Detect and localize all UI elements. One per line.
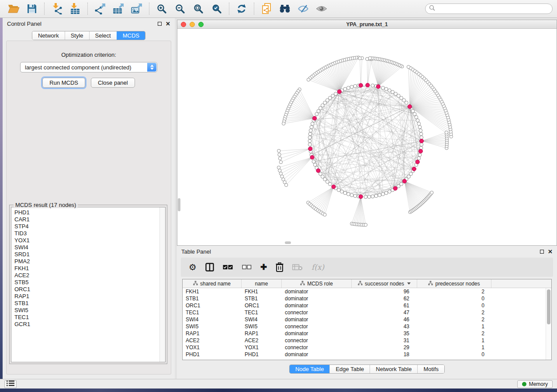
table-row[interactable]: RAP1 RAP1 dominator 35 2 [183,330,551,337]
cell-predecessor-nodes: 2 [417,309,491,316]
close-table-panel-icon[interactable]: ✕ [548,250,553,254]
result-list-scrollbar[interactable] [159,207,165,362]
column-layout-icon[interactable] [205,263,214,272]
table-header-row: shared name name MCDS role successor nod… [183,279,551,288]
mcds-result-item[interactable]: PMA2 [14,258,165,265]
zoom-in-button[interactable] [152,1,171,16]
tab-mcds[interactable]: MCDS [117,31,145,40]
tab-motifs[interactable]: Motifs [417,365,444,373]
memory-label: Memory [529,381,548,387]
network-graph[interactable] [177,29,557,245]
import-table-button[interactable] [66,1,84,16]
deselect-all-columns-icon[interactable] [242,265,252,270]
add-column-icon[interactable]: ✚ [260,263,267,271]
table-row[interactable]: ORC1 ORC1 dominator 61 0 [183,302,551,309]
column-header-successor-nodes[interactable]: successor nodes [352,279,417,288]
table-scrollbar[interactable] [546,288,551,360]
delete-column-icon[interactable] [276,262,284,272]
zoom-selected-button[interactable] [208,1,226,16]
float-panel-icon[interactable] [158,22,162,26]
mcds-result-item[interactable]: TID3 [14,230,165,237]
cell-name: SWI5 [242,323,282,330]
mcds-result-item[interactable]: STB1 [14,300,165,307]
zoom-out-button[interactable] [171,1,189,16]
mcds-result-item[interactable]: SWI4 [14,244,165,251]
memory-status-dot [522,382,526,386]
export-table-button[interactable] [109,1,128,16]
import-network-button[interactable] [48,1,66,16]
control-panel-tabbar: Network Style Select MCDS [3,31,175,40]
show-all-button[interactable] [312,1,331,16]
table-row[interactable]: SWI4 SWI4 dominator 46 2 [183,316,551,323]
column-header-shared-name[interactable]: shared name [183,279,242,288]
memory-button[interactable]: Memory [517,380,553,388]
export-network-button[interactable] [91,1,109,16]
network-canvas[interactable] [177,29,557,245]
sort-descending-icon [407,282,411,285]
mcds-result-item[interactable]: TEC1 [14,314,165,321]
task-history-button[interactable] [4,380,17,388]
run-mcds-button[interactable]: Run MCDS [42,78,85,88]
search-input[interactable] [438,6,549,12]
cell-predecessor-nodes: 0 [417,302,491,309]
cell-shared-name: ORC1 [183,302,242,309]
column-header-predecessor-nodes[interactable]: predecessor nodes [417,279,491,288]
cell-shared-name: RAP1 [183,330,242,337]
table-scrollbar-thumb[interactable] [547,289,550,324]
tab-style[interactable]: Style [65,31,89,40]
import-network-icon [51,3,62,14]
open-session-button[interactable] [4,1,23,16]
mcds-result-item[interactable]: STP4 [14,223,165,230]
tab-edge-table[interactable]: Edge Table [329,365,370,373]
refresh-view-button[interactable] [232,1,251,16]
toolbar-separator [254,3,254,15]
tab-select[interactable]: Select [89,31,117,40]
optimization-criterion-select[interactable]: largest connected component (undirected) [20,62,157,72]
hide-selected-button[interactable] [294,1,312,16]
mcds-result-item[interactable]: RAP1 [14,293,165,300]
cell-name: RAP1 [242,330,282,337]
column-header-mcds-role[interactable]: MCDS role [282,279,352,288]
table-row[interactable]: TEC1 TEC1 connector 47 2 [183,309,551,316]
table-settings-gear-icon[interactable]: ⚙ [189,263,197,272]
cell-shared-name: YOX1 [183,344,242,351]
mcds-result-item[interactable]: YOX1 [14,237,165,244]
network-window-titlebar[interactable]: YPA_prune.txt_1 [177,20,557,29]
network-search-box[interactable] [425,3,553,14]
table-row[interactable]: YOX1 YOX1 connector 29 1 [183,344,551,351]
mcds-result-item[interactable]: PHD1 [14,209,165,216]
column-header-name[interactable]: name [242,279,282,288]
table-row[interactable]: SWI5 SWI5 connector 43 1 [183,323,551,330]
float-table-panel-icon[interactable] [540,250,544,254]
close-panel-button[interactable]: Close panel [91,78,135,88]
cell-successor-nodes: 29 [352,344,417,351]
table-row[interactable]: PHD1 PHD1 dominator 18 0 [183,351,551,358]
mcds-result-item[interactable]: GCR1 [14,321,165,328]
save-session-button[interactable] [23,1,41,16]
export-table-icon [113,3,124,14]
vertical-scroll-nub[interactable] [178,198,180,211]
mcds-result-item[interactable]: ORC1 [14,286,165,293]
tab-network[interactable]: Network [32,31,65,40]
table-row[interactable]: ACE2 ACE2 connector 31 1 [183,337,551,344]
eye-slash-icon [298,4,309,13]
table-row[interactable]: FKH1 FKH1 dominator 96 2 [183,288,551,295]
close-panel-icon[interactable]: ✕ [166,22,170,26]
cell-mcds-role: dominator [282,295,352,302]
select-all-columns-icon[interactable] [223,265,233,270]
horizontal-scroll-nub[interactable] [285,241,291,244]
zoom-fit-button[interactable] [189,1,208,16]
mcds-result-list[interactable]: PHD1CAR1STP4TID3YOX1SWI4SRD1PMA2FKH1ACE2… [11,207,166,362]
mcds-result-item[interactable]: SWI5 [14,307,165,314]
tab-network-table[interactable]: Network Table [370,365,417,373]
mcds-result-item[interactable]: STB5 [14,279,165,286]
mcds-result-item[interactable]: SRD1 [14,251,165,258]
mcds-result-item[interactable]: FKH1 [14,265,165,272]
tab-node-table[interactable]: Node Table [290,365,330,373]
search-network-button[interactable] [276,1,294,16]
mcds-result-item[interactable]: ACE2 [14,272,165,279]
mcds-result-item[interactable]: CAR1 [14,216,165,223]
table-row[interactable]: STB1 STB1 dominator 62 0 [183,295,551,302]
clone-network-button[interactable] [257,1,276,16]
export-image-button[interactable] [128,1,146,16]
